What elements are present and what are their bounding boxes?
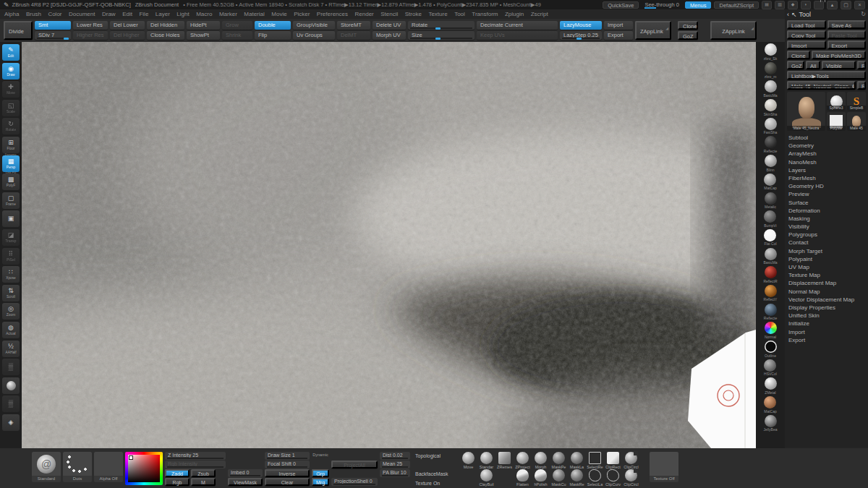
tray-material-button[interactable] <box>2 377 20 394</box>
slider-handle[interactable] <box>435 38 441 40</box>
ui-layout-icon-2[interactable]: ▥ <box>775 1 785 9</box>
tray-rotate-button[interactable]: ↻Rotate <box>2 118 20 134</box>
tool-section-contact[interactable]: Contact <box>787 239 866 247</box>
z-intensity-slider[interactable]: Z Intensity 25 <box>165 452 226 460</box>
simplebrush-tool-thumbnail[interactable]: S SimpleB <box>847 92 866 111</box>
save-as-button[interactable]: Save As <box>827 20 867 29</box>
mean-slider[interactable]: Mean 25 <box>380 461 410 468</box>
shelf-lazystep-0-25[interactable]: LazyStep 0.25 <box>560 31 602 40</box>
material-outline[interactable]: Outline <box>765 341 777 358</box>
menu-layer[interactable]: Layer <box>156 11 170 17</box>
menu-render[interactable]: Render <box>355 11 374 17</box>
goz-visible-button[interactable]: Visible <box>822 61 856 69</box>
menu-zplugin[interactable]: Zplugin <box>505 11 524 17</box>
goz-tool-button[interactable]: GoZ <box>787 61 804 69</box>
texture-off-thumbnail[interactable]: Texture Off <box>650 452 678 482</box>
zsub-button[interactable]: Zsub <box>191 469 216 477</box>
ui-layout-icon-1[interactable]: ▤ <box>762 1 772 9</box>
menu-edit[interactable]: Edit <box>122 11 132 17</box>
tool-section-polygroups[interactable]: Polygroups <box>787 231 866 239</box>
focal-shift-slider[interactable]: Focal Shift 0 <box>265 461 310 468</box>
material-jellybea[interactable]: JellyBea <box>764 415 778 432</box>
tool-section-surface[interactable]: Surface <box>787 199 866 207</box>
shelf-delete-uv[interactable]: Delete UV <box>373 21 406 30</box>
material-flat-col[interactable]: Flat Col <box>764 229 776 247</box>
tool-section-arraymesh[interactable]: ArrayMesh <box>787 150 866 158</box>
current-alpha-thumbnail[interactable]: Alpha Off <box>94 452 123 482</box>
current-tool-thumbnail[interactable]: Male 45_Neutra <box>787 92 825 131</box>
make-polymesh3d-button[interactable]: Make PolyMesh3D <box>812 51 866 59</box>
brush-zremes[interactable]: ZRemes <box>495 452 514 469</box>
tray-ghost-button[interactable]: ▒ <box>2 359 20 375</box>
tool-section-normal-map[interactable]: Normal Map <box>787 288 866 296</box>
tool-section-masking[interactable]: Masking <box>787 215 866 223</box>
menu-brush[interactable]: Brush <box>26 11 41 17</box>
material-reflecte[interactable]: Reflecte <box>764 136 777 153</box>
tool-section-geometry[interactable]: Geometry <box>787 142 866 150</box>
collapse-panel-icon[interactable] <box>787 11 789 18</box>
material-zbro-sk[interactable]: zbro_Sk <box>764 43 777 61</box>
brush-clipcircl[interactable]: ClipCircl <box>622 469 640 487</box>
tray-ptsel-button[interactable]: ⠿PtSel <box>2 248 20 265</box>
shelf-grow[interactable]: Grow <box>222 21 252 30</box>
shelf-uv-groups[interactable]: Uv Groups <box>293 31 335 40</box>
see-through-slider[interactable]: See-through 0 <box>642 1 682 8</box>
brush-cliprect[interactable]: ClipRect <box>604 452 622 469</box>
brush-maskla[interactable]: MaskLa <box>568 452 586 469</box>
brush-morph[interactable]: Morph <box>532 452 550 469</box>
goz-r-button[interactable]: R <box>857 61 866 69</box>
shelf-keep-uvs[interactable]: Keep UVs <box>477 31 558 40</box>
tray-aahalf-button[interactable]: ½AAHalf <box>2 341 20 357</box>
tool-r-button[interactable]: R <box>857 81 866 90</box>
menu-material[interactable]: Material <box>244 11 264 17</box>
tool-section-display-properties[interactable]: Display Properties <box>787 304 866 312</box>
sphere3d-tool-thumbnail[interactable]: Sphere3 <box>827 92 846 111</box>
close-button[interactable]: × <box>854 1 865 9</box>
copy-tool-button[interactable]: Copy Tool <box>787 30 826 39</box>
material-zmetal[interactable]: ZMetal <box>765 377 777 395</box>
brush-selectre[interactable]: SelectRe <box>586 452 604 469</box>
material-normal[interactable]: Normal <box>765 322 777 339</box>
menu-transform[interactable]: Transform <box>472 11 498 17</box>
tool-section-export[interactable]: Export <box>787 336 866 344</box>
material-skinsha[interactable]: SkinSha <box>764 99 778 116</box>
shelf-storemt[interactable]: StoreMT <box>337 21 370 30</box>
slider-handle[interactable] <box>435 27 441 30</box>
material-fastsha[interactable]: FastSha <box>764 118 778 135</box>
male45-tool-thumbnail[interactable]: Male 45 <box>847 112 866 131</box>
menu-alpha[interactable]: Alpha <box>4 11 19 17</box>
tool-section-polypaint[interactable]: Polypaint <box>787 255 866 263</box>
backfacemask-label[interactable]: BackfaceMask <box>415 470 453 478</box>
brush-zproject[interactable]: ZProject <box>514 452 532 469</box>
tool-section-geometry-hd[interactable]: Geometry HD <box>787 182 866 190</box>
material-basicma[interactable]: BasicMa <box>763 80 777 98</box>
tray-edit-button[interactable]: ✎Edit <box>2 44 20 61</box>
shelf-lower-res[interactable]: Lower Res <box>73 21 108 30</box>
tool-section-visibility[interactable]: Visibility <box>787 223 866 231</box>
shelf-hidept[interactable]: HidePt <box>187 21 220 30</box>
quicksave-button[interactable]: QuickSave <box>603 1 639 9</box>
goz-all-button[interactable]: All <box>806 61 820 69</box>
brush-standar[interactable]: Standar <box>477 452 495 469</box>
material-hsvcol[interactable]: HSVCol <box>764 359 777 377</box>
brush-hpolish[interactable]: hPolish <box>532 469 550 487</box>
load-tool-button[interactable]: Load Tool <box>787 20 826 29</box>
document-canvas[interactable] <box>22 42 756 448</box>
menu-texture[interactable]: Texture <box>428 11 447 17</box>
current-stroke-thumbnail[interactable]: Dots <box>63 452 92 482</box>
menu-preferences[interactable]: Preferences <box>317 11 348 17</box>
tray-persp-button[interactable]: Dynamic▦Persp <box>2 155 20 172</box>
slider-handle[interactable] <box>576 38 582 40</box>
current-brush-thumbnail[interactable]: @ Standard <box>32 452 61 482</box>
menu-color[interactable]: Color <box>48 11 61 17</box>
menu-movie[interactable]: Movie <box>271 11 286 17</box>
shelf-sdiv-7[interactable]: SDiv 7 <box>35 31 71 40</box>
tray-floor-button[interactable]: ⊞Floor <box>2 137 20 153</box>
menu-file[interactable]: File <box>139 11 148 17</box>
brush-flatten[interactable]: Flatten <box>514 469 532 487</box>
menu-draw[interactable]: Draw <box>102 11 116 17</box>
menu-stroke[interactable]: Stroke <box>405 11 422 17</box>
menu-tool[interactable]: Tool <box>454 11 465 17</box>
shelf-import[interactable]: Import <box>604 21 633 30</box>
tray-frame-button[interactable]: ▢Frame <box>2 192 20 209</box>
